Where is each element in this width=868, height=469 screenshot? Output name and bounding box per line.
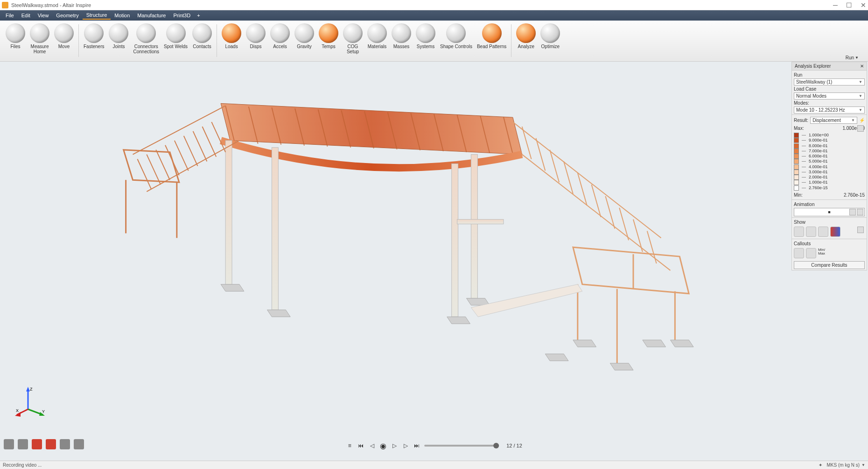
ribbon-files[interactable]: Files xyxy=(4,22,27,50)
menu-view[interactable]: View xyxy=(34,12,53,19)
menu-geometry[interactable]: Geometry xyxy=(52,12,82,19)
timeline-next-icon[interactable]: ▷ xyxy=(402,442,409,449)
menu-file[interactable]: File xyxy=(2,12,18,19)
anim-opt-icon[interactable] xyxy=(857,209,863,215)
ribbon-mass[interactable]: Masses xyxy=(390,22,413,50)
timeline-play-icon[interactable]: ▷ xyxy=(391,442,398,449)
legend-row: —5.000e-01 xyxy=(794,159,865,164)
menu-add-icon[interactable]: + xyxy=(194,13,203,18)
legend-swatch xyxy=(794,185,799,191)
ribbon-cog[interactable]: COG Setup xyxy=(341,22,364,55)
viewport[interactable]: Z Y X ≡ ⏮ ◁ ◉ ▷ ▷ ⏭ 12 / 12 xyxy=(0,62,868,461)
animation-label: Animation xyxy=(794,201,865,208)
callout-1-icon[interactable] xyxy=(794,248,804,258)
ribbon-shape[interactable]: Shape Controls xyxy=(438,22,474,50)
menu-print3d[interactable]: Print3D xyxy=(169,12,194,19)
legend-swatch xyxy=(794,154,799,159)
ribbon-spot[interactable]: Spot Welds xyxy=(162,22,189,50)
anim-reset-icon[interactable] xyxy=(849,209,856,215)
axis-widget[interactable]: Z Y X xyxy=(14,386,47,419)
show-label: Show xyxy=(794,219,865,226)
ribbon-label: Systems xyxy=(417,44,434,49)
modes-dropdown[interactable]: Mode 10 - 12.25223 Hz▼ xyxy=(794,107,865,114)
panel-close-icon[interactable]: ✕ xyxy=(860,64,864,69)
animation-speed-bar[interactable]: ■ xyxy=(794,208,865,216)
run-dropdown[interactable]: SteelWalkway (1)▼ xyxy=(794,78,865,85)
view-icon-4[interactable] xyxy=(46,439,56,449)
menu-manufacture[interactable]: Manufacture xyxy=(133,12,169,19)
legend-row: —3.000e-01 xyxy=(794,170,865,175)
view-icon-5[interactable] xyxy=(60,439,70,449)
timeline-slider[interactable] xyxy=(424,445,499,447)
legend-opt-icon[interactable] xyxy=(857,125,864,132)
menu-motion[interactable]: Motion xyxy=(111,12,133,19)
spot-icon xyxy=(166,23,186,43)
ribbon-temps[interactable]: Temps xyxy=(317,22,340,50)
ribbon-sys[interactable]: Systems xyxy=(414,22,437,50)
temps-icon xyxy=(319,23,338,43)
result-dropdown[interactable]: Displacement▼ xyxy=(810,117,857,124)
color-legend: —1.000e+00—9.000e-01—8.000e-01—7.000e-01… xyxy=(794,132,865,192)
show-undeformed-icon[interactable] xyxy=(806,227,816,237)
close-button[interactable]: ✕ xyxy=(861,1,866,9)
svg-marker-50 xyxy=(610,363,633,370)
ribbon-disps[interactable]: Disps xyxy=(244,22,267,50)
timeline-prev-icon[interactable]: ◁ xyxy=(368,442,376,449)
timeline-last-icon[interactable]: ⏭ xyxy=(413,442,420,449)
menubar: FileEditViewGeometryStructureMotionManuf… xyxy=(0,10,868,21)
ribbon-optimize[interactable]: Optimize xyxy=(539,22,562,50)
view-icon-1[interactable] xyxy=(4,439,14,449)
callouts-label: Callouts xyxy=(794,240,865,247)
legend-tick: — xyxy=(802,159,806,164)
legend-tick: — xyxy=(802,170,806,175)
show-contour-icon[interactable] xyxy=(818,227,828,237)
show-deformed-icon[interactable] xyxy=(794,227,804,237)
loadcase-dropdown[interactable]: Normal Modes▼ xyxy=(794,92,865,99)
ribbon-conn[interactable]: Connectors Connections xyxy=(131,22,161,55)
settings-icon[interactable]: ✦ xyxy=(819,462,822,468)
callout-2-icon[interactable] xyxy=(806,248,816,258)
ribbon-fast[interactable]: Fasteners xyxy=(82,22,106,50)
maximize-button[interactable]: ☐ xyxy=(846,1,852,9)
compare-results-button[interactable]: Compare Results xyxy=(794,261,865,269)
bolt-icon[interactable]: ⚡ xyxy=(859,118,865,123)
legend-value: 2.760e-15 xyxy=(809,185,828,191)
ribbon-measure[interactable]: Measure Home xyxy=(28,22,51,55)
ribbon-gravity[interactable]: Gravity xyxy=(293,22,316,50)
legend-swatch xyxy=(794,180,799,185)
svg-marker-18 xyxy=(221,284,244,291)
ribbon-analyze[interactable]: Analyze xyxy=(514,22,538,50)
menu-structure[interactable]: Structure xyxy=(83,11,111,20)
ribbon-accels[interactable]: Accels xyxy=(268,22,292,50)
view-icon-2[interactable] xyxy=(18,439,28,449)
ribbon-loads[interactable]: Loads xyxy=(220,22,243,50)
legend-value: 9.000e-01 xyxy=(809,138,828,143)
timeline-first-icon[interactable]: ⏮ xyxy=(357,442,364,449)
legend-tick: — xyxy=(802,133,806,138)
ribbon-label: Joints xyxy=(112,44,125,49)
svg-line-27 xyxy=(184,136,198,166)
view-icon-3[interactable] xyxy=(32,439,42,449)
svg-marker-55 xyxy=(26,387,30,391)
units-dropdown-icon[interactable]: ▼ xyxy=(861,463,865,467)
view-icon-6[interactable] xyxy=(74,439,84,449)
ribbon-bead[interactable]: Bead Patterns xyxy=(475,22,508,50)
show-opt-icon[interactable] xyxy=(857,227,864,233)
legend-swatch xyxy=(794,175,799,180)
ribbon-separator xyxy=(511,24,511,57)
timeline-menu-icon[interactable]: ≡ xyxy=(346,442,353,449)
status-text: Recording video ... xyxy=(3,462,42,468)
ribbon-move[interactable]: Move xyxy=(52,22,76,50)
ribbon-mat[interactable]: Materials xyxy=(365,22,389,50)
minimize-button[interactable]: ─ xyxy=(833,1,838,9)
ribbon-label: Move xyxy=(58,44,70,49)
show-element-icon[interactable] xyxy=(830,227,840,237)
ribbon-joints[interactable]: Joints xyxy=(107,22,130,50)
menu-edit[interactable]: Edit xyxy=(18,12,34,19)
timeline-record-icon[interactable]: ◉ xyxy=(379,442,387,449)
cog-icon xyxy=(343,23,363,43)
run-dropdown[interactable]: Run ▼ xyxy=(846,55,859,60)
ribbon-label: Measure Home xyxy=(31,44,49,54)
svg-rect-13 xyxy=(225,141,232,284)
ribbon-contacts[interactable]: Contacts xyxy=(190,22,214,50)
